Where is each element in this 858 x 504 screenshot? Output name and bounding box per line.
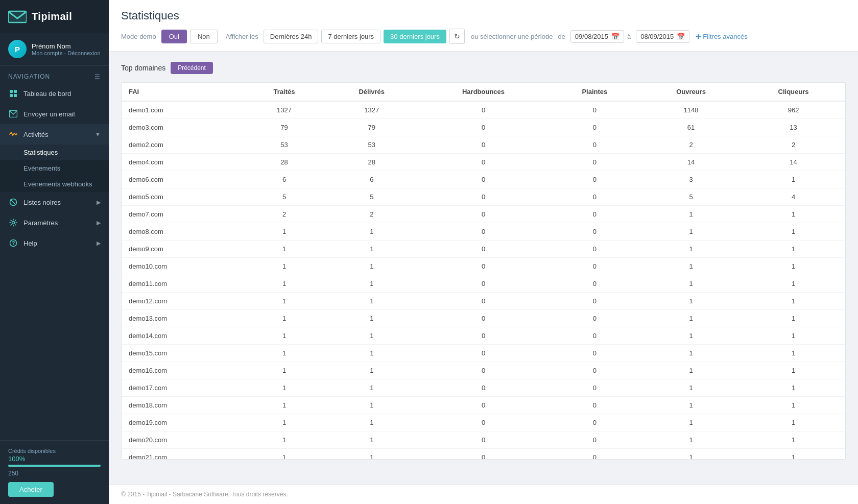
sidebar-user: P Prénom Nom Mon compte - Déconnexion <box>0 33 109 66</box>
cell-traites: 1 <box>243 310 325 327</box>
buy-button[interactable]: Acheter <box>8 482 54 497</box>
cell-delivres: 1 <box>325 293 418 310</box>
cell-ouvreurs: 1 <box>640 258 742 275</box>
cell-delivres: 1 <box>325 362 418 379</box>
sidebar-item-help[interactable]: ? Help ▶ <box>0 233 109 253</box>
cell-fai: demo8.com <box>122 223 243 241</box>
period-24h-button[interactable]: Dernières 24h <box>264 30 319 43</box>
calendar-from-icon[interactable]: 📅 <box>611 33 619 40</box>
table-row: demo14.com110011 <box>122 327 845 345</box>
cell-fai: demo4.com <box>122 154 243 171</box>
svg-rect-3 <box>14 90 17 93</box>
cell-hardbounces: 0 <box>418 188 549 206</box>
main-area: Statistiques Mode demo Oui Non Afficher … <box>109 0 858 504</box>
cell-ouvreurs: 1 <box>640 223 742 241</box>
user-actions[interactable]: Mon compte - Déconnexion <box>32 50 101 56</box>
email-icon <box>8 109 18 119</box>
cell-cliqueurs: 1 <box>742 362 845 379</box>
filters-row: Mode demo Oui Non Afficher les Dernières… <box>121 29 846 44</box>
cell-cliqueurs: 1 <box>742 397 845 414</box>
user-name: Prénom Nom <box>32 42 101 50</box>
cell-delivres: 1 <box>325 449 418 460</box>
cell-fai: demo14.com <box>122 327 243 345</box>
cell-cliqueurs: 1 <box>742 327 845 345</box>
cell-hardbounces: 0 <box>418 154 549 171</box>
cell-fai: demo5.com <box>122 188 243 206</box>
cell-traites: 1 <box>243 345 325 362</box>
table-row: demo13.com110011 <box>122 310 845 327</box>
sidebar-nav-section: Navigation ☰ <box>0 66 109 83</box>
nav-list-icon[interactable]: ☰ <box>94 73 101 80</box>
cell-traites: 1 <box>243 431 325 449</box>
svg-point-9 <box>12 222 15 224</box>
cell-ouvreurs: 1 <box>640 293 742 310</box>
sidebar-item-activites[interactable]: Activités ▼ <box>0 124 109 145</box>
sidebar-item-parametres[interactable]: Paramètres ▶ <box>0 212 109 233</box>
de-label: de <box>558 33 565 40</box>
sidebar-subitem-statistiques[interactable]: Statistiques <box>0 145 109 160</box>
sidebar-item-listes-noires[interactable]: Listes noires ▶ <box>0 192 109 212</box>
cell-plaintes: 0 <box>549 431 641 449</box>
date-to-value: 08/09/2015 <box>640 33 674 40</box>
cell-plaintes: 0 <box>549 171 641 188</box>
cell-ouvreurs: 1 <box>640 241 742 258</box>
blacklist-icon <box>8 197 18 207</box>
col-plaintes: Plaintes <box>549 83 641 101</box>
calendar-to-icon[interactable]: 📅 <box>677 33 685 40</box>
date-from-value: 09/08/2015 <box>575 33 608 40</box>
cell-delivres: 28 <box>325 154 418 171</box>
cell-hardbounces: 0 <box>418 223 549 241</box>
sidebar-item-tableau-de-bord[interactable]: Tableau de bord <box>0 83 109 104</box>
cell-hardbounces: 0 <box>418 258 549 275</box>
table-row: demo17.com110011 <box>122 379 845 397</box>
cell-cliqueurs: 2 <box>742 136 845 154</box>
cell-traites: 1 <box>243 241 325 258</box>
table-scroll[interactable]: FAI Traités Délivrés Hardbounces Plainte… <box>122 83 845 459</box>
chevron-right-icon: ▶ <box>97 240 101 247</box>
cell-traites: 1327 <box>243 101 325 119</box>
cell-traites: 53 <box>243 136 325 154</box>
cell-delivres: 79 <box>325 119 418 136</box>
cell-hardbounces: 0 <box>418 327 549 345</box>
cell-cliqueurs: 1 <box>742 258 845 275</box>
table-row: demo1.com13271327001148962 <box>122 101 845 119</box>
cell-cliqueurs: 14 <box>742 154 845 171</box>
col-traites: Traités <box>243 83 325 101</box>
cell-plaintes: 0 <box>549 119 641 136</box>
col-cliqueurs: Cliqueurs <box>742 83 845 101</box>
cell-cliqueurs: 1 <box>742 241 845 258</box>
period-7j-button[interactable]: 7 derniers jours <box>321 30 380 43</box>
sidebar-subitem-evenements[interactable]: Evénements <box>0 160 109 176</box>
gear-icon <box>8 218 18 228</box>
period-30j-button[interactable]: 30 derniers jours <box>384 30 446 43</box>
sidebar-item-envoyer-email[interactable]: Envoyer un email <box>0 104 109 124</box>
prev-button[interactable]: Précédent <box>171 62 213 74</box>
cell-cliqueurs: 1 <box>742 275 845 293</box>
svg-line-8 <box>11 200 16 205</box>
cell-hardbounces: 0 <box>418 379 549 397</box>
cell-plaintes: 0 <box>549 362 641 379</box>
non-button[interactable]: Non <box>190 30 218 43</box>
refresh-button[interactable]: ↻ <box>449 29 465 44</box>
date-from-input[interactable]: 09/08/2015 📅 <box>570 30 624 43</box>
cell-traites: 1 <box>243 258 325 275</box>
cell-traites: 1 <box>243 449 325 460</box>
cell-ouvreurs: 1148 <box>640 101 742 119</box>
cell-traites: 28 <box>243 154 325 171</box>
advanced-filters-link[interactable]: ✚ Filtres avancés <box>696 33 747 40</box>
table-row: demo11.com110011 <box>122 275 845 293</box>
cell-hardbounces: 0 <box>418 431 549 449</box>
col-hardbounces: Hardbounces <box>418 83 549 101</box>
cell-cliqueurs: 4 <box>742 188 845 206</box>
sidebar-subitem-evenements-webhooks[interactable]: Evénements webhooks <box>0 176 109 192</box>
ou-selectionner-label: ou sélectionner une période <box>471 33 553 40</box>
avatar: P <box>8 40 27 58</box>
date-to-input[interactable]: 08/09/2015 📅 <box>636 30 689 43</box>
table-row: demo2.com53530022 <box>122 136 845 154</box>
cell-hardbounces: 0 <box>418 101 549 119</box>
cell-plaintes: 0 <box>549 258 641 275</box>
cell-delivres: 1 <box>325 397 418 414</box>
oui-button[interactable]: Oui <box>161 30 187 43</box>
cell-ouvreurs: 1 <box>640 206 742 223</box>
cell-plaintes: 0 <box>549 379 641 397</box>
